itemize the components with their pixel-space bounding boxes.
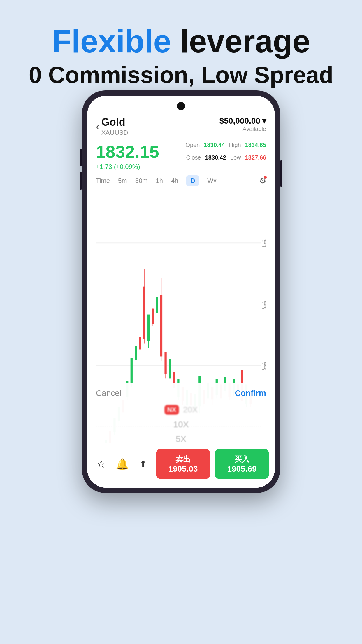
volume-down-button: [80, 172, 82, 190]
tab-4h[interactable]: 4h: [171, 177, 178, 185]
power-button: [280, 160, 282, 187]
leverage-10x-label: 10X: [173, 419, 189, 429]
phone-screen: ‹ Gold XAUUSD $50,000.00 ▾ Available: [87, 96, 275, 488]
sell-price: 1905.03: [168, 464, 198, 474]
tab-5m[interactable]: 5m: [118, 177, 127, 185]
high-value: 1834.65: [245, 142, 266, 148]
available-label: Available: [219, 126, 266, 132]
low-label: Low: [230, 154, 241, 161]
bottom-action-bar: ☆ 🔔 ⬆ 卖出 1905.03 买入 1905.69: [87, 443, 275, 488]
leverage-option-20x[interactable]: NX 20X: [96, 404, 266, 416]
nx-badge-icon: NX: [164, 405, 179, 415]
share-button[interactable]: ⬆: [135, 456, 151, 472]
chart-settings-icon[interactable]: ⚙: [259, 176, 266, 186]
svg-rect-40: [169, 359, 171, 378]
open-value: 1830.44: [204, 142, 225, 148]
header-title-blue: Flexible: [52, 23, 171, 59]
svg-rect-30: [147, 315, 150, 341]
svg-text:1925.92: 1925.92: [262, 298, 266, 311]
leverage-20x-label: 20X: [183, 405, 198, 414]
tab-time[interactable]: Time: [96, 177, 110, 185]
buy-price: 1905.69: [227, 464, 256, 474]
top-bar: ‹ Gold XAUUSD $50,000.00 ▾ Available: [96, 116, 266, 136]
tab-30m[interactable]: 30m: [135, 177, 148, 185]
close-label: Close: [186, 154, 201, 161]
bell-icon: 🔔: [116, 458, 129, 470]
asset-name: Gold: [101, 116, 128, 128]
low-value: 1827.66: [245, 154, 266, 161]
tab-d[interactable]: D: [186, 175, 199, 186]
current-price: 1832.15: [96, 142, 159, 162]
price-change: +1.73 (+0.09%): [96, 163, 159, 171]
back-arrow-icon: ‹: [96, 121, 99, 132]
ohlc-close-row: Close 1830.42 Low 1827.66: [186, 154, 266, 161]
svg-rect-24: [135, 346, 137, 360]
phone-frame: ‹ Gold XAUUSD $50,000.00 ▾ Available: [82, 90, 280, 493]
sell-button[interactable]: 卖出 1905.03: [156, 449, 210, 479]
svg-text:1882.05: 1882.05: [262, 359, 266, 372]
buy-button[interactable]: 买入 1905.69: [215, 449, 269, 479]
svg-text:1969.78: 1969.78: [262, 237, 266, 250]
header-title-black: leverage: [171, 23, 310, 59]
svg-rect-38: [164, 352, 166, 374]
svg-rect-32: [152, 309, 154, 324]
volume-up-button: [80, 149, 82, 166]
close-value: 1830.42: [205, 154, 226, 161]
tab-w[interactable]: W▾: [207, 177, 217, 185]
svg-rect-26: [139, 337, 141, 350]
leverage-5x-label: 5X: [176, 434, 187, 444]
sheet-actions: Cancel Confirm: [96, 388, 266, 398]
time-tabs: Time 5m 30m 1h 4h D W▾ ⚙: [96, 175, 266, 186]
settings-notification-dot: [264, 176, 267, 179]
cancel-button[interactable]: Cancel: [96, 388, 121, 398]
ohlc-open-row: Open 1830.44 High 1834.65: [185, 142, 266, 148]
svg-rect-36: [160, 295, 162, 357]
high-label: High: [229, 142, 241, 148]
share-icon: ⬆: [140, 459, 147, 469]
svg-rect-22: [131, 358, 133, 383]
confirm-button[interactable]: Confirm: [235, 388, 266, 398]
watchlist-star-button[interactable]: ☆: [93, 456, 109, 472]
header-title: Flexible leverage: [0, 23, 362, 59]
balance-section[interactable]: $50,000.00 ▾ Available: [219, 116, 266, 132]
camera-notch: [177, 102, 185, 110]
svg-rect-28: [143, 287, 145, 339]
phone-mockup: ‹ Gold XAUUSD $50,000.00 ▾ Available: [82, 90, 280, 493]
back-button[interactable]: ‹ Gold XAUUSD: [96, 116, 128, 136]
open-label: Open: [185, 142, 200, 148]
alert-bell-button[interactable]: 🔔: [114, 456, 130, 472]
header-subtitle: 0 Commission, Low Spread: [0, 62, 362, 88]
ohlc-section: Open 1830.44 High 1834.65 Close 1830.42 …: [185, 142, 266, 161]
svg-rect-34: [156, 297, 158, 313]
leverage-option-10x[interactable]: 10X: [173, 418, 189, 430]
balance-amount: $50,000.00 ▾: [219, 116, 266, 126]
price-section: 1832.15 +1.73 (+0.09%) Open 1830.44 High…: [96, 142, 266, 171]
tab-1h[interactable]: 1h: [156, 177, 163, 185]
star-icon: ☆: [96, 458, 106, 470]
buy-label: 买入: [234, 454, 249, 464]
asset-pair: XAUUSD: [101, 129, 128, 136]
header-section: Flexible leverage 0 Commission, Low Spre…: [0, 0, 362, 100]
sell-label: 卖出: [175, 454, 191, 464]
